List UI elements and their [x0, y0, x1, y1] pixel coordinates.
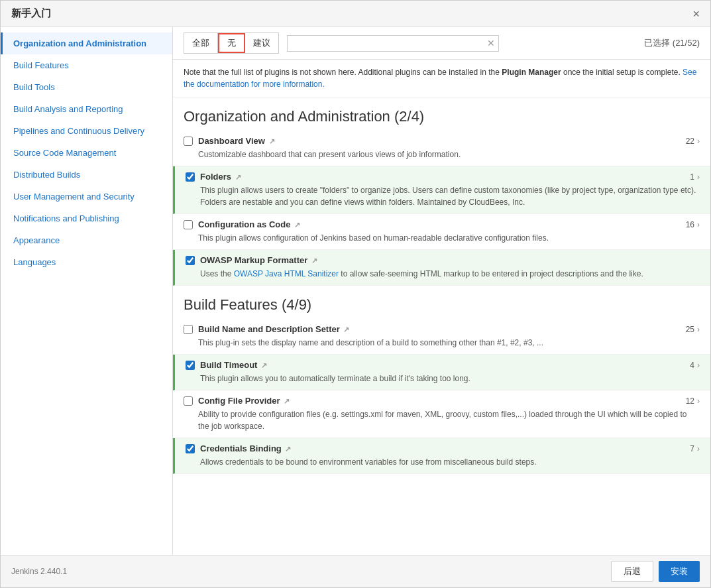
- section-title-org-admin: Organization and Administration (2/4): [173, 97, 710, 131]
- plugin-item-config-file-provider: Config File Provider ↗12 ›Ability to pro…: [173, 390, 710, 438]
- plugin-count-config-file-provider[interactable]: 12 ›: [686, 396, 700, 406]
- plugin-item-credentials-binding: Credentials Binding ↗7 ›Allows credentia…: [173, 438, 710, 474]
- filter-tab-suggest[interactable]: 建议: [245, 33, 278, 53]
- filter-tab-all[interactable]: 全部: [184, 33, 218, 53]
- plugin-header-dashboard-view: Dashboard View ↗22 ›: [184, 136, 700, 146]
- plugin-name-config-file-provider: Config File Provider ↗: [198, 396, 290, 406]
- plugin-header-build-name-setter: Build Name and Description Setter ↗25 ›: [184, 324, 700, 334]
- content-scroll[interactable]: Note that the full list of plugins is no…: [173, 60, 710, 555]
- section-build-features: Build Features (4/9)Build Name and Descr…: [173, 286, 710, 474]
- sidebar-item-appearance[interactable]: Appearance: [1, 229, 172, 251]
- owasp-link[interactable]: OWASP Java HTML Sanitizer: [234, 269, 339, 278]
- section-title-build-features: Build Features (4/9): [173, 286, 710, 319]
- plugin-item-build-timeout: Build Timeout ↗4 ›This plugin allows you…: [173, 355, 710, 390]
- sidebar-item-org-admin[interactable]: Organization and Administration: [1, 32, 172, 54]
- sidebar-item-build-analysis[interactable]: Build Analysis and Reporting: [1, 98, 172, 120]
- plugin-desc-owasp-markup: Uses the OWASP Java HTML Sanitizer to al…: [200, 268, 700, 280]
- plugin-header-credentials-binding: Credentials Binding ↗7 ›: [186, 443, 700, 453]
- plugin-checkbox-build-name-setter[interactable]: [184, 325, 193, 334]
- plugin-item-dashboard-view: Dashboard View ↗22 ›Customizable dashboa…: [173, 131, 710, 166]
- main-dialog: 新手入门 × Organization and AdministrationBu…: [0, 0, 711, 588]
- filter-bar: 全部 无 建议 ✕ 已选择 (21/52): [173, 27, 710, 60]
- section-org-admin: Organization and Administration (2/4)Das…: [173, 97, 710, 286]
- plugin-checkbox-build-timeout[interactable]: [186, 361, 195, 370]
- plugin-count-dashboard-view[interactable]: 22 ›: [686, 137, 700, 146]
- notice-link[interactable]: See the documentation for more informati…: [184, 68, 696, 89]
- close-button[interactable]: ×: [692, 8, 700, 20]
- plugin-header-owasp-markup: OWASP Markup Formatter ↗: [186, 255, 700, 265]
- plugin-item-folders: Folders ↗1 ›This plugin allows users to …: [173, 166, 710, 214]
- plugin-count-credentials-binding[interactable]: 7 ›: [690, 444, 700, 453]
- sidebar-item-languages[interactable]: Languages: [1, 251, 172, 273]
- sidebar-item-distributed[interactable]: Distributed Builds: [1, 164, 172, 186]
- plugin-desc-build-name-setter: This plug-in sets the display name and d…: [198, 337, 700, 349]
- sidebar-item-notifications[interactable]: Notifications and Publishing: [1, 207, 172, 229]
- plugin-desc-dashboard-view: Customizable dashboard that can present …: [198, 148, 700, 160]
- plugin-name-owasp-markup: OWASP Markup Formatter ↗: [200, 255, 317, 265]
- plugin-header-folders: Folders ↗1 ›: [186, 172, 700, 182]
- plugin-name-credentials-binding: Credentials Binding ↗: [200, 443, 291, 453]
- plugin-count-folders[interactable]: 1 ›: [690, 172, 700, 182]
- plugin-name-build-name-setter: Build Name and Description Setter ↗: [198, 324, 349, 334]
- sidebar-item-source-code[interactable]: Source Code Management: [1, 142, 172, 164]
- plugin-header-config-as-code: Configuration as Code ↗16 ›: [184, 219, 700, 229]
- dialog-header: 新手入门 ×: [1, 1, 710, 27]
- dialog-title: 新手入门: [11, 7, 51, 20]
- notice: Note that the full list of plugins is no…: [173, 60, 710, 97]
- back-button[interactable]: 后退: [611, 561, 653, 582]
- plugin-name-folders: Folders ↗: [200, 172, 241, 182]
- plugin-item-config-as-code: Configuration as Code ↗16 ›This plugin a…: [173, 214, 710, 250]
- footer-version: Jenkins 2.440.1: [11, 567, 67, 576]
- plugin-header-build-timeout: Build Timeout ↗4 ›: [186, 360, 700, 370]
- main-content: 全部 无 建议 ✕ 已选择 (21/52) Note that the full…: [173, 27, 710, 555]
- selected-count: 已选择 (21/52): [644, 37, 700, 49]
- plugin-count-build-timeout[interactable]: 4 ›: [690, 361, 700, 370]
- sidebar: Organization and AdministrationBuild Fea…: [1, 27, 173, 555]
- plugin-name-config-as-code: Configuration as Code ↗: [198, 219, 300, 229]
- plugin-count-config-as-code[interactable]: 16 ›: [686, 220, 700, 229]
- plugin-item-build-name-setter: Build Name and Description Setter ↗25 ›T…: [173, 319, 710, 355]
- sidebar-item-build-tools[interactable]: Build Tools: [1, 76, 172, 98]
- plugin-desc-config-as-code: This plugin allows configuration of Jenk…: [198, 232, 700, 244]
- plugin-desc-build-timeout: This plugin allows you to automatically …: [200, 373, 700, 384]
- plugin-checkbox-credentials-binding[interactable]: [186, 444, 195, 453]
- plugin-desc-config-file-provider: Ability to provide configuration files (…: [198, 408, 700, 432]
- plugin-name-dashboard-view: Dashboard View ↗: [198, 136, 275, 146]
- plugin-checkbox-config-file-provider[interactable]: [184, 396, 193, 406]
- plugin-item-owasp-markup: OWASP Markup Formatter ↗Uses the OWASP J…: [173, 250, 710, 286]
- plugin-checkbox-folders[interactable]: [186, 172, 195, 182]
- install-button[interactable]: 安装: [659, 561, 700, 582]
- sections-container: Organization and Administration (2/4)Das…: [173, 97, 710, 474]
- plugin-checkbox-owasp-markup[interactable]: [186, 256, 195, 265]
- sidebar-item-pipelines[interactable]: Pipelines and Continuous Delivery: [1, 120, 172, 142]
- plugin-desc-credentials-binding: Allows credentials to be bound to enviro…: [200, 456, 700, 468]
- plugin-count-build-name-setter[interactable]: 25 ›: [686, 325, 700, 334]
- plugin-name-build-timeout: Build Timeout ↗: [200, 360, 267, 370]
- dialog-body: Organization and AdministrationBuild Fea…: [1, 27, 710, 555]
- plugin-header-config-file-provider: Config File Provider ↗12 ›: [184, 396, 700, 406]
- sidebar-item-build-features[interactable]: Build Features: [1, 54, 172, 76]
- footer-buttons: 后退 安装: [611, 561, 700, 582]
- filter-tab-none[interactable]: 无: [218, 33, 245, 53]
- filter-tabs: 全部 无 建议: [184, 32, 279, 54]
- plugin-checkbox-config-as-code[interactable]: [184, 220, 193, 229]
- search-input[interactable]: [287, 35, 499, 52]
- plugin-desc-folders: This plugin allows users to create "fold…: [200, 184, 700, 208]
- search-clear-button[interactable]: ✕: [487, 38, 495, 48]
- search-box: ✕: [287, 35, 499, 52]
- plugin-checkbox-dashboard-view[interactable]: [184, 137, 193, 146]
- sidebar-item-user-management[interactable]: User Management and Security: [1, 186, 172, 207]
- dialog-footer: Jenkins 2.440.1 后退 安装: [1, 555, 710, 587]
